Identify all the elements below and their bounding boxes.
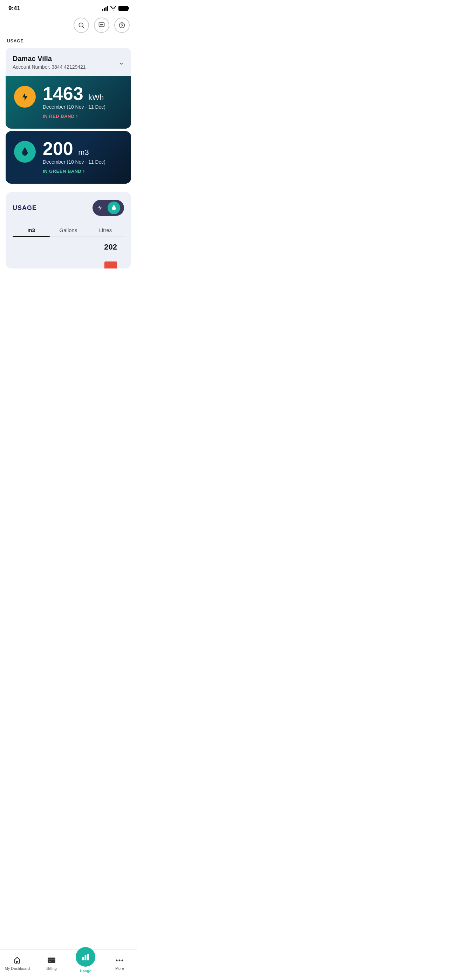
electricity-date: December (10 Nov - 11 Dec): [43, 104, 123, 110]
wifi-icon: [110, 6, 116, 11]
signal-icon: [102, 6, 108, 11]
search-button[interactable]: [73, 18, 89, 33]
status-bar: 9:41: [0, 0, 137, 15]
usage-detail-card: USAGE m3 Gallons Litres 202: [6, 192, 131, 269]
electricity-band-chevron: ›: [76, 113, 78, 119]
chat-button[interactable]: [94, 18, 109, 33]
tab-gallons[interactable]: Gallons: [50, 223, 87, 237]
water-band[interactable]: IN GREEN BAND ›: [43, 168, 123, 174]
electricity-value: 1463 kWh: [43, 84, 123, 103]
svg-point-5: [102, 24, 103, 25]
toggle-electricity-icon: [94, 202, 105, 213]
usage-detail-title: USAGE: [13, 204, 37, 212]
search-icon: [78, 22, 85, 29]
account-card: Damac Villa Account Number. 3844 4212942…: [6, 48, 131, 76]
section-label: USAGE: [0, 38, 137, 48]
water-drop-icon: [21, 146, 29, 157]
status-icons: [102, 6, 129, 11]
lightning-icon: [20, 92, 30, 102]
help-icon: [118, 22, 126, 29]
electricity-card[interactable]: 1463 kWh December (10 Nov - 11 Dec) IN R…: [6, 76, 131, 129]
chat-icon: [98, 22, 105, 29]
toggle-lightning-icon: [97, 205, 103, 211]
toggle-drop-icon: [111, 204, 117, 212]
water-info: 200 m3 December (10 Nov - 11 Dec) IN GRE…: [43, 140, 123, 174]
water-value: 200 m3: [43, 140, 123, 158]
svg-point-3: [100, 24, 101, 25]
electricity-band[interactable]: IN RED BAND ›: [43, 113, 123, 119]
battery-icon: [118, 6, 128, 11]
svg-line-1: [83, 27, 84, 29]
account-number: Account Number. 3844 42129421: [13, 64, 86, 70]
tab-litres[interactable]: Litres: [87, 223, 124, 237]
chevron-down-icon[interactable]: ⌄: [119, 59, 124, 66]
water-band-chevron: ›: [83, 168, 85, 174]
electricity-icon-circle: [14, 86, 36, 108]
water-card[interactable]: 200 m3 December (10 Nov - 11 Dec) IN GRE…: [6, 131, 131, 184]
account-name: Damac Villa: [13, 55, 86, 63]
header-actions: [0, 15, 137, 38]
chart-area: 202: [13, 237, 124, 269]
toggle-water-icon: [108, 202, 120, 214]
chart-bar: [104, 261, 117, 269]
usage-cards: 1463 kWh December (10 Nov - 11 Dec) IN R…: [6, 76, 131, 184]
card-divider: [6, 130, 131, 130]
water-date: December (10 Nov - 11 Dec): [43, 159, 123, 165]
svg-point-9: [24, 151, 26, 154]
water-icon-circle: [14, 141, 36, 162]
usage-toggle[interactable]: [92, 200, 124, 216]
chart-value: 202: [104, 243, 117, 252]
help-button[interactable]: [114, 18, 130, 33]
unit-tabs: m3 Gallons Litres: [13, 223, 124, 237]
tab-m3[interactable]: m3: [13, 223, 50, 237]
svg-marker-10: [98, 205, 102, 211]
status-time: 9:41: [8, 5, 20, 12]
svg-marker-8: [22, 93, 28, 100]
electricity-info: 1463 kWh December (10 Nov - 11 Dec) IN R…: [43, 84, 123, 119]
svg-point-4: [101, 24, 102, 25]
usage-detail-header: USAGE: [13, 200, 124, 216]
